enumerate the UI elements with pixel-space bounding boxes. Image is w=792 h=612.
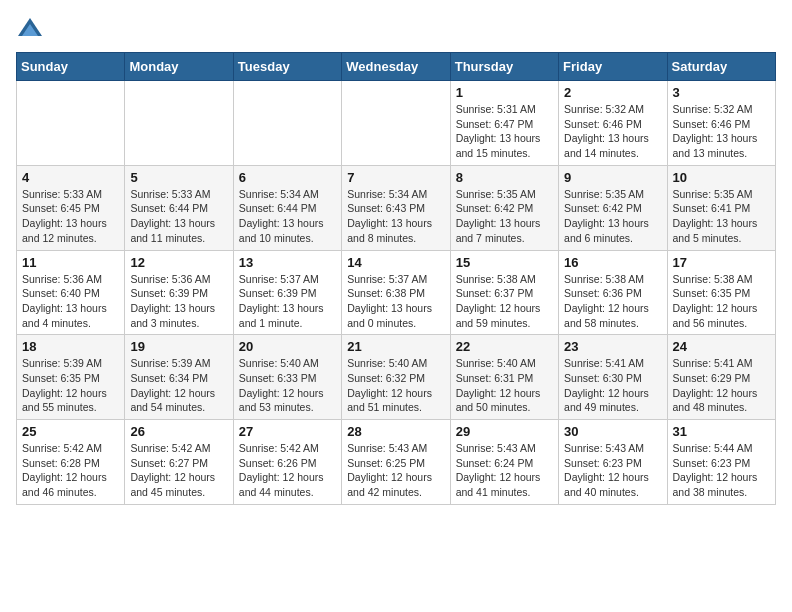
calendar-week-row: 4Sunrise: 5:33 AM Sunset: 6:45 PM Daylig… [17,165,776,250]
day-info: Sunrise: 5:38 AM Sunset: 6:35 PM Dayligh… [673,272,770,331]
day-info: Sunrise: 5:39 AM Sunset: 6:35 PM Dayligh… [22,356,119,415]
day-number: 25 [22,424,119,439]
day-number: 1 [456,85,553,100]
day-info: Sunrise: 5:35 AM Sunset: 6:42 PM Dayligh… [564,187,661,246]
page-header [16,16,776,44]
day-number: 3 [673,85,770,100]
calendar-cell [233,81,341,166]
day-info: Sunrise: 5:38 AM Sunset: 6:37 PM Dayligh… [456,272,553,331]
calendar-cell: 22Sunrise: 5:40 AM Sunset: 6:31 PM Dayli… [450,335,558,420]
day-info: Sunrise: 5:40 AM Sunset: 6:32 PM Dayligh… [347,356,444,415]
day-info: Sunrise: 5:40 AM Sunset: 6:31 PM Dayligh… [456,356,553,415]
day-info: Sunrise: 5:40 AM Sunset: 6:33 PM Dayligh… [239,356,336,415]
day-info: Sunrise: 5:41 AM Sunset: 6:30 PM Dayligh… [564,356,661,415]
weekday-header-row: SundayMondayTuesdayWednesdayThursdayFrid… [17,53,776,81]
calendar-cell: 27Sunrise: 5:42 AM Sunset: 6:26 PM Dayli… [233,420,341,505]
day-number: 26 [130,424,227,439]
day-number: 5 [130,170,227,185]
day-info: Sunrise: 5:36 AM Sunset: 6:39 PM Dayligh… [130,272,227,331]
day-number: 16 [564,255,661,270]
calendar-cell: 10Sunrise: 5:35 AM Sunset: 6:41 PM Dayli… [667,165,775,250]
day-info: Sunrise: 5:35 AM Sunset: 6:41 PM Dayligh… [673,187,770,246]
weekday-header: Monday [125,53,233,81]
day-info: Sunrise: 5:42 AM Sunset: 6:26 PM Dayligh… [239,441,336,500]
calendar-cell: 14Sunrise: 5:37 AM Sunset: 6:38 PM Dayli… [342,250,450,335]
day-number: 30 [564,424,661,439]
day-info: Sunrise: 5:32 AM Sunset: 6:46 PM Dayligh… [673,102,770,161]
calendar-cell: 12Sunrise: 5:36 AM Sunset: 6:39 PM Dayli… [125,250,233,335]
calendar-cell [342,81,450,166]
calendar-cell: 29Sunrise: 5:43 AM Sunset: 6:24 PM Dayli… [450,420,558,505]
calendar-cell: 9Sunrise: 5:35 AM Sunset: 6:42 PM Daylig… [559,165,667,250]
calendar-cell: 2Sunrise: 5:32 AM Sunset: 6:46 PM Daylig… [559,81,667,166]
weekday-header: Sunday [17,53,125,81]
calendar-cell [17,81,125,166]
day-number: 14 [347,255,444,270]
calendar-week-row: 1Sunrise: 5:31 AM Sunset: 6:47 PM Daylig… [17,81,776,166]
day-info: Sunrise: 5:32 AM Sunset: 6:46 PM Dayligh… [564,102,661,161]
day-info: Sunrise: 5:37 AM Sunset: 6:38 PM Dayligh… [347,272,444,331]
day-number: 24 [673,339,770,354]
day-info: Sunrise: 5:39 AM Sunset: 6:34 PM Dayligh… [130,356,227,415]
logo [16,16,48,44]
day-info: Sunrise: 5:43 AM Sunset: 6:24 PM Dayligh… [456,441,553,500]
calendar-cell: 23Sunrise: 5:41 AM Sunset: 6:30 PM Dayli… [559,335,667,420]
day-number: 23 [564,339,661,354]
day-info: Sunrise: 5:37 AM Sunset: 6:39 PM Dayligh… [239,272,336,331]
calendar-cell: 17Sunrise: 5:38 AM Sunset: 6:35 PM Dayli… [667,250,775,335]
calendar-cell: 3Sunrise: 5:32 AM Sunset: 6:46 PM Daylig… [667,81,775,166]
day-number: 21 [347,339,444,354]
calendar-week-row: 11Sunrise: 5:36 AM Sunset: 6:40 PM Dayli… [17,250,776,335]
calendar-cell: 24Sunrise: 5:41 AM Sunset: 6:29 PM Dayli… [667,335,775,420]
day-number: 20 [239,339,336,354]
day-number: 22 [456,339,553,354]
day-info: Sunrise: 5:33 AM Sunset: 6:45 PM Dayligh… [22,187,119,246]
day-info: Sunrise: 5:42 AM Sunset: 6:28 PM Dayligh… [22,441,119,500]
calendar-cell: 11Sunrise: 5:36 AM Sunset: 6:40 PM Dayli… [17,250,125,335]
calendar-cell: 31Sunrise: 5:44 AM Sunset: 6:23 PM Dayli… [667,420,775,505]
day-number: 4 [22,170,119,185]
day-number: 7 [347,170,444,185]
calendar-week-row: 18Sunrise: 5:39 AM Sunset: 6:35 PM Dayli… [17,335,776,420]
day-info: Sunrise: 5:34 AM Sunset: 6:44 PM Dayligh… [239,187,336,246]
day-number: 29 [456,424,553,439]
calendar-cell: 13Sunrise: 5:37 AM Sunset: 6:39 PM Dayli… [233,250,341,335]
day-info: Sunrise: 5:31 AM Sunset: 6:47 PM Dayligh… [456,102,553,161]
day-number: 10 [673,170,770,185]
calendar-cell: 20Sunrise: 5:40 AM Sunset: 6:33 PM Dayli… [233,335,341,420]
weekday-header: Friday [559,53,667,81]
day-info: Sunrise: 5:33 AM Sunset: 6:44 PM Dayligh… [130,187,227,246]
calendar-cell: 30Sunrise: 5:43 AM Sunset: 6:23 PM Dayli… [559,420,667,505]
calendar-cell: 26Sunrise: 5:42 AM Sunset: 6:27 PM Dayli… [125,420,233,505]
calendar-cell: 7Sunrise: 5:34 AM Sunset: 6:43 PM Daylig… [342,165,450,250]
day-info: Sunrise: 5:35 AM Sunset: 6:42 PM Dayligh… [456,187,553,246]
calendar-cell: 15Sunrise: 5:38 AM Sunset: 6:37 PM Dayli… [450,250,558,335]
day-number: 2 [564,85,661,100]
calendar-cell: 28Sunrise: 5:43 AM Sunset: 6:25 PM Dayli… [342,420,450,505]
calendar-cell: 8Sunrise: 5:35 AM Sunset: 6:42 PM Daylig… [450,165,558,250]
day-number: 8 [456,170,553,185]
calendar-cell: 1Sunrise: 5:31 AM Sunset: 6:47 PM Daylig… [450,81,558,166]
day-info: Sunrise: 5:41 AM Sunset: 6:29 PM Dayligh… [673,356,770,415]
calendar-table: SundayMondayTuesdayWednesdayThursdayFrid… [16,52,776,505]
day-info: Sunrise: 5:43 AM Sunset: 6:23 PM Dayligh… [564,441,661,500]
day-number: 28 [347,424,444,439]
weekday-header: Saturday [667,53,775,81]
day-info: Sunrise: 5:34 AM Sunset: 6:43 PM Dayligh… [347,187,444,246]
day-number: 6 [239,170,336,185]
day-number: 13 [239,255,336,270]
day-info: Sunrise: 5:38 AM Sunset: 6:36 PM Dayligh… [564,272,661,331]
weekday-header: Tuesday [233,53,341,81]
calendar-cell: 19Sunrise: 5:39 AM Sunset: 6:34 PM Dayli… [125,335,233,420]
calendar-cell: 16Sunrise: 5:38 AM Sunset: 6:36 PM Dayli… [559,250,667,335]
day-number: 18 [22,339,119,354]
calendar-cell: 21Sunrise: 5:40 AM Sunset: 6:32 PM Dayli… [342,335,450,420]
day-info: Sunrise: 5:43 AM Sunset: 6:25 PM Dayligh… [347,441,444,500]
weekday-header: Thursday [450,53,558,81]
day-number: 17 [673,255,770,270]
calendar-cell: 4Sunrise: 5:33 AM Sunset: 6:45 PM Daylig… [17,165,125,250]
calendar-cell: 25Sunrise: 5:42 AM Sunset: 6:28 PM Dayli… [17,420,125,505]
weekday-header: Wednesday [342,53,450,81]
day-info: Sunrise: 5:44 AM Sunset: 6:23 PM Dayligh… [673,441,770,500]
calendar-cell: 5Sunrise: 5:33 AM Sunset: 6:44 PM Daylig… [125,165,233,250]
